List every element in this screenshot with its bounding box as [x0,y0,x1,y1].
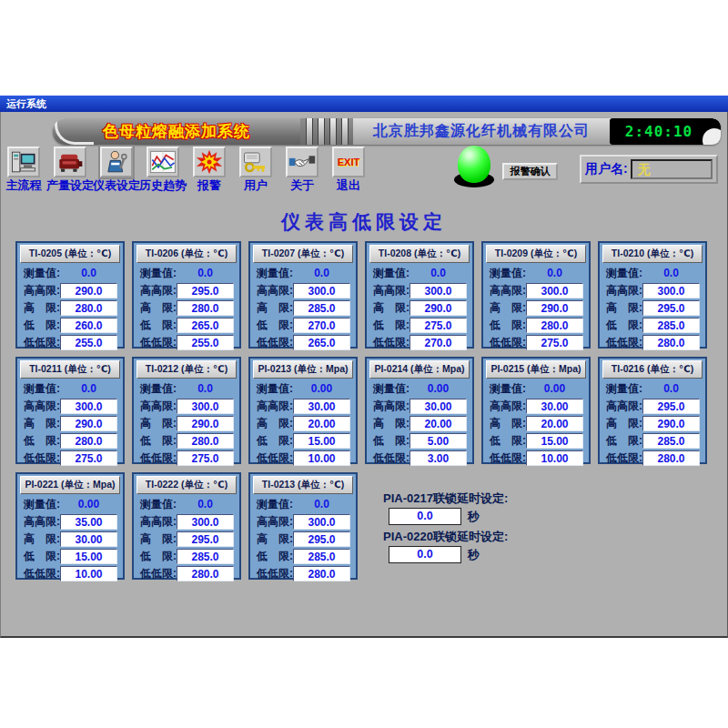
alarm-button[interactable]: 报警 [187,147,232,192]
alarm-burst-icon [193,147,226,177]
low-limit-input[interactable]: 5.00 [410,433,467,449]
production-setting-button[interactable]: 产量设定 [47,147,93,192]
panel-title-button[interactable]: TI-0208 (单位：℃) [369,245,470,263]
panel-title-button[interactable]: TI-0209 (单位：℃) [486,245,586,263]
low-limit-input[interactable]: 285.0 [642,318,700,333]
low-limit-input[interactable]: 280.0 [60,433,117,449]
panel-title-button[interactable]: TI-0210 (单位：℃) [602,245,703,263]
low-low-limit-input[interactable]: 270.0 [410,335,467,350]
measured-value: 0.00 [410,382,467,395]
low-low-limit-input[interactable]: 280.0 [177,566,234,581]
high-limit-input[interactable]: 295.0 [293,531,350,547]
high-limit-input[interactable]: 280.0 [177,300,234,316]
low-label: 低 限: [490,318,526,333]
high-high-row: 高高限: 300.0 [486,283,586,298]
panel-title-button[interactable]: TI-0212 (单位：℃) [136,360,237,379]
high-high-limit-input[interactable]: 300.0 [177,514,234,530]
about-button[interactable]: 关于 [279,147,325,192]
high-limit-input[interactable]: 280.0 [60,300,117,316]
high-high-limit-input[interactable]: 300.0 [526,283,583,298]
high-limit-input[interactable]: 20.00 [526,416,583,431]
low-row: 低 限: 280.0 [136,433,237,448]
pia-0217-delay-input[interactable]: 0.0 [389,508,461,525]
high-high-limit-input[interactable]: 300.0 [293,283,350,298]
high-limit-input[interactable]: 20.00 [293,416,350,431]
panel-title-button[interactable]: TI-0205 (单位：℃) [20,245,120,263]
high-limit-input[interactable]: 290.0 [642,416,700,431]
pia-0220-delay-unit: 秒 [468,546,480,563]
panel-title-button[interactable]: PI-0213 (单位：Mpa) [253,360,353,379]
low-low-limit-input[interactable]: 255.0 [177,335,234,350]
window-titlebar[interactable]: 运行系统 [0,96,728,112]
panel-title-button[interactable]: TI-0216 (单位：℃) [602,360,703,379]
panel-title-button[interactable]: TI-0211 (单位：℃) [20,360,120,379]
high-high-limit-input[interactable]: 30.00 [410,399,467,414]
high-limit-input[interactable]: 285.0 [293,300,350,316]
high-high-limit-input[interactable]: 30.00 [293,399,350,414]
high-limit-input[interactable]: 20.00 [410,416,467,431]
low-limit-input[interactable]: 15.00 [60,549,117,564]
low-low-limit-input[interactable]: 275.0 [526,335,583,350]
high-limit-input[interactable]: 290.0 [410,300,467,316]
low-low-limit-input[interactable]: 10.00 [293,450,350,466]
low-limit-input[interactable]: 270.0 [293,318,350,333]
high-high-limit-input[interactable]: 300.0 [410,283,467,298]
panel-title-button[interactable]: PI-0214 (单位：Mpa) [369,360,470,379]
low-low-label: 低低限: [490,335,526,350]
low-low-limit-input[interactable]: 275.0 [177,450,234,466]
measured-row: 测量值: 0.0 [602,266,703,280]
panel-title-button[interactable]: PI-0221 (单位：Mpa) [20,476,120,494]
panel-title-button[interactable]: TI-0206 (单位：℃) [136,245,237,263]
low-low-limit-input[interactable]: 10.00 [60,566,117,581]
username-field[interactable]: 无 [631,159,713,179]
high-limit-input[interactable]: 290.0 [177,416,234,431]
low-low-limit-input[interactable]: 280.0 [642,335,700,350]
high-limit-input[interactable]: 295.0 [177,531,234,547]
low-limit-input[interactable]: 280.0 [177,433,234,449]
low-low-limit-input[interactable]: 275.0 [60,450,117,466]
low-row: 低 限: 265.0 [136,318,237,332]
low-limit-input[interactable]: 285.0 [642,433,700,449]
high-high-label: 高高限: [490,399,526,414]
alarm-confirm-button[interactable]: 报警确认 [502,163,558,180]
panel-title-button[interactable]: TI-0207 (单位：℃) [253,245,353,263]
low-low-limit-input[interactable]: 255.0 [60,335,117,350]
low-low-limit-input[interactable]: 3.00 [410,450,467,466]
low-limit-input[interactable]: 280.0 [526,318,583,333]
low-low-limit-input[interactable]: 280.0 [642,450,700,466]
history-trend-button[interactable]: 历史趋势 [140,147,186,192]
low-limit-input[interactable]: 15.00 [526,433,583,449]
low-limit-input[interactable]: 285.0 [293,549,350,564]
high-limit-input[interactable]: 30.00 [60,531,117,547]
high-high-limit-input[interactable]: 300.0 [177,399,234,414]
high-high-limit-input[interactable]: 290.0 [60,283,117,298]
user-button[interactable]: 用户 [233,147,278,192]
high-high-limit-input[interactable]: 300.0 [642,283,700,298]
exit-button[interactable]: EXIT 退出 [326,147,371,192]
low-low-limit-input[interactable]: 280.0 [293,566,350,581]
low-limit-input[interactable]: 285.0 [177,549,234,564]
low-limit-input[interactable]: 260.0 [60,318,117,333]
main-flow-button[interactable]: 主流程 [1,147,46,192]
measured-label: 测量值: [373,381,410,397]
instrument-setting-button[interactable]: 仪表设定 [94,147,139,192]
high-high-row: 高高限: 30.00 [369,399,470,413]
panel-title-button[interactable]: TI-0213 (单位：℃) [253,476,353,494]
low-limit-input[interactable]: 265.0 [177,318,234,333]
high-high-limit-input[interactable]: 300.0 [60,399,117,414]
high-high-limit-input[interactable]: 295.0 [642,399,700,414]
low-limit-input[interactable]: 275.0 [410,318,467,333]
panel-title-button[interactable]: PI-0215 (单位：Mpa) [486,360,586,379]
panel-title-button[interactable]: TI-0222 (单位：℃) [136,476,237,494]
high-limit-input[interactable]: 290.0 [526,300,583,316]
high-high-limit-input[interactable]: 35.00 [60,514,117,530]
high-high-limit-input[interactable]: 300.0 [293,514,350,530]
low-low-limit-input[interactable]: 10.00 [526,450,583,466]
low-limit-input[interactable]: 15.00 [293,433,350,449]
high-limit-input[interactable]: 290.0 [60,416,117,431]
high-high-limit-input[interactable]: 30.00 [526,399,583,414]
low-low-limit-input[interactable]: 265.0 [293,335,350,350]
high-high-limit-input[interactable]: 295.0 [177,283,234,298]
pia-0220-delay-input[interactable]: 0.0 [389,546,461,563]
high-limit-input[interactable]: 295.0 [642,300,700,316]
